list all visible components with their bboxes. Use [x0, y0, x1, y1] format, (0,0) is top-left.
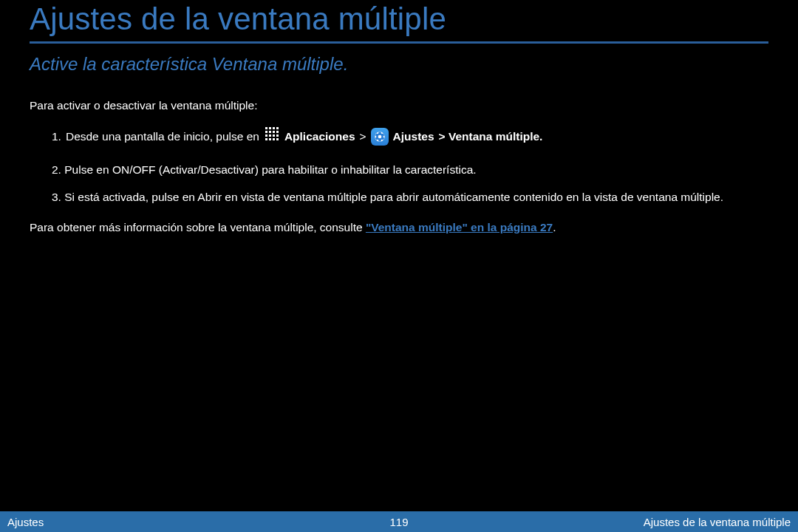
svg-rect-14: [273, 138, 275, 140]
svg-rect-15: [276, 138, 279, 140]
step-3-number: 3.: [52, 191, 61, 203]
footer-left: Ajustes: [7, 516, 44, 528]
apps-icon: [264, 126, 280, 148]
step-2: 2. Pulse en ON/OFF (Activar/Desactivar) …: [52, 161, 768, 178]
svg-rect-3: [276, 127, 279, 129]
footer-right: Ajustes de la ventana múltiple: [644, 516, 791, 528]
apps-label: Aplicaciones: [284, 128, 355, 146]
intro-text: Para activar o desactivar la ventana múl…: [30, 97, 768, 114]
step-3: 3. Si está activada, pulse en Abrir en v…: [52, 188, 768, 205]
svg-rect-1: [269, 127, 271, 129]
settings-icon: [371, 128, 389, 146]
step-1-seg3: > Ventana múltiple.: [439, 128, 543, 146]
step-3-text: Si está activada, pulse en Abrir en vist…: [64, 191, 723, 203]
svg-rect-4: [265, 131, 267, 133]
cross-reference-line: Para obtener más información sobre la ve…: [30, 221, 768, 234]
link-suffix: .: [553, 221, 556, 233]
svg-rect-2: [273, 127, 275, 129]
title-divider: [30, 41, 768, 44]
page-subtitle: Active la característica Ventana múltipl…: [30, 54, 768, 75]
svg-rect-13: [269, 138, 271, 140]
step-2-number: 2.: [52, 163, 61, 176]
cross-reference-link[interactable]: "Ventana múltiple" en la página 27: [366, 221, 553, 233]
step-1-seg2: >: [360, 128, 366, 146]
svg-rect-0: [265, 127, 267, 129]
link-prefix: Para obtener más información sobre la ve…: [30, 221, 363, 233]
svg-rect-7: [276, 131, 279, 133]
settings-label: Ajustes: [393, 128, 434, 146]
step-1-number: 1.: [52, 128, 61, 146]
svg-rect-10: [273, 134, 275, 137]
svg-rect-11: [276, 134, 279, 137]
svg-rect-8: [265, 134, 267, 137]
svg-rect-9: [269, 134, 271, 137]
step-2-text: Pulse en ON/OFF (Activar/Desactivar) par…: [64, 163, 476, 176]
svg-rect-5: [269, 131, 271, 133]
step-1: 1. Desde una pantalla de inicio, pulse e…: [52, 126, 768, 148]
step-1-seg1: Desde una pantalla de inicio, pulse en: [66, 128, 259, 146]
page-footer: Ajustes 119 Ajustes de la ventana múltip…: [0, 511, 798, 532]
page-title: Ajustes de la ventana múltiple: [30, 0, 768, 37]
svg-rect-12: [265, 138, 267, 140]
svg-rect-6: [273, 131, 275, 133]
